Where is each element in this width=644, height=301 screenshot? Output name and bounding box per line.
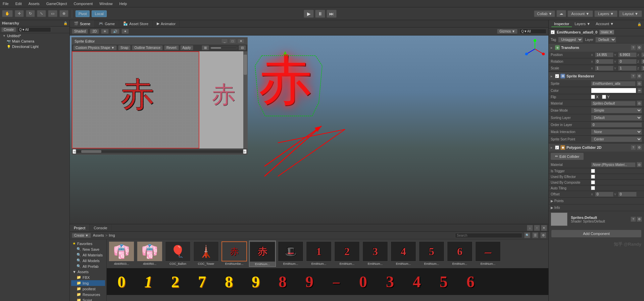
menu-component[interactable]: Component (72, 2, 94, 6)
asset-item-0[interactable]: 👘 4b90f603... (108, 241, 135, 266)
add-component-button[interactable]: Add Component (551, 230, 641, 237)
rot-z-input[interactable] (641, 59, 644, 64)
menu-file[interactable]: File (1, 2, 10, 6)
pos-y-input[interactable] (618, 52, 637, 57)
material-picker[interactable]: ◎ (637, 101, 642, 106)
color-swatch[interactable] (591, 88, 636, 93)
shading-dropdown[interactable]: Shaded (72, 29, 88, 34)
polygon-collider-header[interactable]: ⬟ Polygon Collider 2D ? ⚙ (549, 143, 644, 152)
outline-tolerance-btn[interactable]: Outline Tolerance (132, 45, 163, 50)
static-badge[interactable]: Static ▼ (599, 30, 614, 35)
sprite-editor-maximize[interactable]: □ (229, 39, 236, 44)
search-icon[interactable]: 🔍 (524, 232, 530, 238)
sprite-ref[interactable]: EmitNumbers_atla (591, 81, 636, 86)
sprite-scrollbar-v[interactable] (243, 51, 247, 148)
rot-x-input[interactable] (595, 59, 613, 64)
scene-area[interactable]: Y X Z ▲ 赤 (70, 36, 548, 224)
rect-tool[interactable]: ▭ (48, 10, 57, 17)
move-tool[interactable]: ✛ (15, 10, 24, 17)
zoom-fit[interactable]: ⊞ (202, 45, 209, 50)
sidebar-all-materials[interactable]: 🔍 All Materials (71, 252, 105, 258)
sprite-editor-close[interactable]: ✕ (237, 39, 245, 44)
draw-mode-dropdown[interactable]: Simple (591, 108, 642, 113)
asset-item-1[interactable]: 👘 4b90f60... (136, 241, 163, 266)
material-ref[interactable]: Sprites-Default (591, 101, 636, 106)
settings-icon[interactable]: ⚙ (540, 232, 546, 238)
flip-y-checkbox[interactable] (602, 95, 606, 99)
collab-button[interactable]: Collab ▼ (534, 10, 555, 17)
polygon-menu[interactable]: ⚙ (637, 145, 642, 150)
asset-item-11[interactable]: 5 EmitNum... (418, 241, 445, 266)
zoom-slider[interactable] (210, 47, 237, 49)
sidebar-fbx[interactable]: 📁 FBX (71, 275, 105, 280)
sprites-default-menu[interactable]: ⚙ (637, 217, 642, 222)
asset-item-6[interactable]: 🎩 EmitNum... (277, 241, 304, 266)
sidebar-assets[interactable]: ▼ Assets (71, 269, 105, 275)
snap-btn[interactable]: Snap (118, 45, 131, 50)
scale-y-input[interactable] (618, 66, 637, 71)
gold-num-7[interactable]: 7 (189, 269, 215, 294)
sort-point-dropdown[interactable]: Center (591, 136, 642, 142)
asset-item-12[interactable]: 6 EmitNum... (446, 241, 473, 266)
h-scrollbar-track[interactable] (76, 150, 243, 153)
points-label[interactable]: ▶ Points (551, 198, 564, 203)
scale-tool[interactable]: ⤡ (37, 10, 46, 17)
project-icon-1[interactable]: ↓ (527, 225, 533, 231)
red-dash[interactable]: – (323, 269, 350, 294)
is-trigger-checkbox[interactable] (591, 169, 595, 173)
project-icon-3[interactable]: ✕ (541, 225, 547, 231)
object-enabled-checkbox[interactable] (551, 30, 555, 34)
pos-z-input[interactable] (641, 52, 644, 57)
red-num-8b[interactable]: 8 (269, 269, 296, 294)
sidebar-new-save[interactable]: 🔍 New Save (71, 246, 105, 252)
hand-tool[interactable]: ✋ (2, 10, 13, 17)
sidebar-all-models[interactable]: 🔍 All Models (71, 258, 105, 263)
used-composite-checkbox[interactable] (591, 180, 595, 184)
filter-icon[interactable]: ☰ (532, 232, 538, 238)
hierarchy-lock[interactable]: 🔒 (63, 21, 67, 25)
hierarchy-item-light[interactable]: 💡 Directional Light (0, 44, 69, 49)
effects-button[interactable]: ✦ (121, 29, 129, 34)
red-num-5[interactable]: 5 (430, 269, 457, 294)
local-button[interactable]: Local (92, 10, 106, 17)
tab-animator[interactable]: ▶ Animator (153, 20, 180, 27)
sprites-default-info-btn[interactable]: ? (631, 217, 636, 222)
asset-item-5[interactable]: 赤 EmitNum... (249, 241, 276, 267)
gold-num-0[interactable]: 0 (108, 269, 135, 294)
pause-button[interactable]: ⏸ (315, 10, 325, 18)
menu-window[interactable]: Window (98, 2, 114, 6)
red-num-6[interactable]: 6 (457, 269, 484, 294)
sidebar-script[interactable]: 📁 Script (71, 297, 105, 301)
inspector-lock[interactable]: 🔒 (637, 22, 641, 26)
revert-btn[interactable]: Revert (164, 45, 179, 50)
auto-tiling-checkbox[interactable] (591, 186, 595, 190)
hierarchy-search[interactable] (17, 27, 51, 32)
polygon-collider-enabled[interactable] (555, 145, 559, 149)
gold-num-2[interactable]: 2 (162, 269, 189, 294)
transform-component-header[interactable]: ⊕ Transform ? ⚙ (549, 43, 644, 52)
sidebar-pooltest[interactable]: 📁 pooltest (71, 286, 105, 292)
audio-button[interactable]: 🔊 (111, 29, 119, 34)
order-input[interactable] (591, 122, 642, 127)
transform-info-btn[interactable]: ? (631, 45, 636, 50)
asset-item-2[interactable]: 🎈 COC_Ballon (164, 241, 191, 266)
sidebar-all-prefab[interactable]: 🔍 All Prefab (71, 263, 105, 269)
polygon-info[interactable]: ? (631, 145, 636, 150)
offset-y-input[interactable] (618, 192, 637, 197)
scroll-right[interactable]: ▶ (243, 149, 247, 154)
asset-item-10[interactable]: 4 EmitNum... (390, 241, 417, 266)
scroll-left[interactable]: ◀ (72, 149, 76, 154)
sidebar-favorites[interactable]: ★ Favorites (71, 241, 105, 246)
menu-assets[interactable]: Assets (27, 2, 41, 6)
menu-edit[interactable]: Edit (14, 2, 23, 6)
asset-item-8[interactable]: 2 EmitNum... (334, 241, 360, 266)
menu-gameobject[interactable]: GameObject (45, 2, 68, 6)
hierarchy-item-untitled[interactable]: ▼ Untitled* (0, 33, 69, 39)
edit-collider-button[interactable]: ✏ Edit Collider (551, 153, 584, 160)
project-icon-2[interactable]: ↑ (534, 225, 540, 231)
zoom-out[interactable]: ⊟ (239, 45, 246, 50)
sorting-layer-dropdown[interactable]: Default (591, 115, 642, 121)
rot-y-input[interactable] (618, 59, 637, 64)
scene-search[interactable] (519, 29, 546, 34)
lighting-button[interactable]: ☀ (101, 29, 109, 34)
